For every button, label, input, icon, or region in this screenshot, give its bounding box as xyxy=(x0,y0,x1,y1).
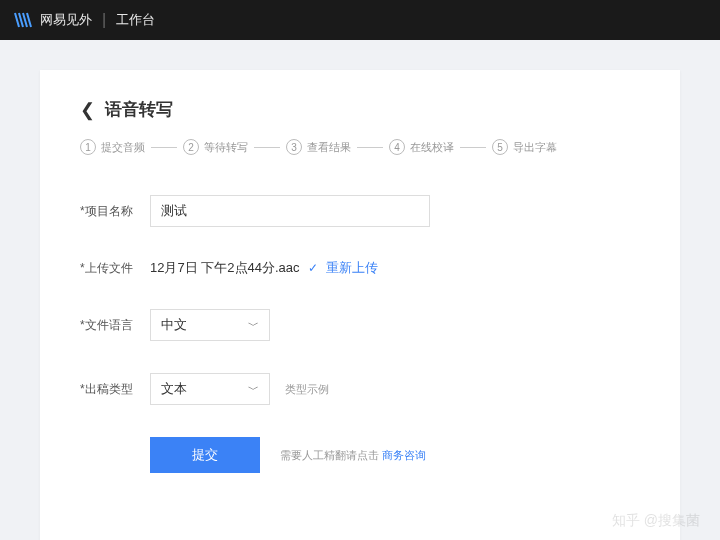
step-connector xyxy=(460,147,486,148)
nav-separator: | xyxy=(102,11,106,29)
file-info: 12月7日 下午2点44分.aac ✓ 重新上传 xyxy=(150,259,378,277)
step-5: 5导出字幕 xyxy=(492,139,557,155)
file-name-text: 12月7日 下午2点44分.aac xyxy=(150,259,300,277)
step-num: 1 xyxy=(80,139,96,155)
language-label: *文件语言 xyxy=(80,317,150,334)
chevron-down-icon: ﹀ xyxy=(248,318,259,333)
step-num: 2 xyxy=(183,139,199,155)
step-label: 查看结果 xyxy=(307,140,351,155)
watermark: 知乎 @搜集菌 xyxy=(612,512,700,530)
logo-icon xyxy=(14,11,36,29)
submit-row: 提交 需要人工精翻请点击 商务咨询 xyxy=(150,437,640,473)
help-link[interactable]: 商务咨询 xyxy=(382,449,426,461)
project-name-row: *项目名称 xyxy=(80,195,640,227)
step-4: 4在线校译 xyxy=(389,139,454,155)
output-type-value: 文本 xyxy=(161,380,187,398)
step-num: 5 xyxy=(492,139,508,155)
step-3: 3查看结果 xyxy=(286,139,351,155)
chevron-down-icon: ﹀ xyxy=(248,382,259,397)
help-prefix: 需要人工精翻请点击 xyxy=(280,449,382,461)
brand-logo[interactable]: 网易见外 xyxy=(14,11,92,29)
step-2: 2等待转写 xyxy=(183,139,248,155)
step-indicator: 1提交音频 2等待转写 3查看结果 4在线校译 5导出字幕 xyxy=(80,139,640,155)
project-name-label: *项目名称 xyxy=(80,203,150,220)
step-label: 提交音频 xyxy=(101,140,145,155)
step-connector xyxy=(254,147,280,148)
top-nav: 网易见外 | 工作台 xyxy=(0,0,720,40)
output-type-label: *出稿类型 xyxy=(80,381,150,398)
language-value: 中文 xyxy=(161,316,187,334)
submit-button[interactable]: 提交 xyxy=(150,437,260,473)
brand-text: 网易见外 xyxy=(40,11,92,29)
step-connector xyxy=(151,147,177,148)
language-row: *文件语言 中文 ﹀ xyxy=(80,309,640,341)
language-select[interactable]: 中文 ﹀ xyxy=(150,309,270,341)
output-type-hint[interactable]: 类型示例 xyxy=(285,382,329,397)
output-type-select[interactable]: 文本 ﹀ xyxy=(150,373,270,405)
page-title: 语音转写 xyxy=(105,98,173,121)
step-label: 导出字幕 xyxy=(513,140,557,155)
reupload-link[interactable]: 重新上传 xyxy=(326,259,378,277)
step-1: 1提交音频 xyxy=(80,139,145,155)
project-name-input[interactable] xyxy=(150,195,430,227)
step-num: 4 xyxy=(389,139,405,155)
step-num: 3 xyxy=(286,139,302,155)
main-card: ❮ 语音转写 1提交音频 2等待转写 3查看结果 4在线校译 5导出字幕 *项目… xyxy=(40,70,680,540)
output-type-row: *出稿类型 文本 ﹀ 类型示例 xyxy=(80,373,640,405)
check-icon: ✓ xyxy=(308,261,318,275)
upload-file-label: *上传文件 xyxy=(80,260,150,277)
help-text: 需要人工精翻请点击 商务咨询 xyxy=(280,448,426,463)
title-row: ❮ 语音转写 xyxy=(80,98,640,121)
step-label: 等待转写 xyxy=(204,140,248,155)
step-connector xyxy=(357,147,383,148)
back-chevron-icon[interactable]: ❮ xyxy=(80,99,95,121)
upload-file-row: *上传文件 12月7日 下午2点44分.aac ✓ 重新上传 xyxy=(80,259,640,277)
nav-subtitle: 工作台 xyxy=(116,11,155,29)
step-label: 在线校译 xyxy=(410,140,454,155)
